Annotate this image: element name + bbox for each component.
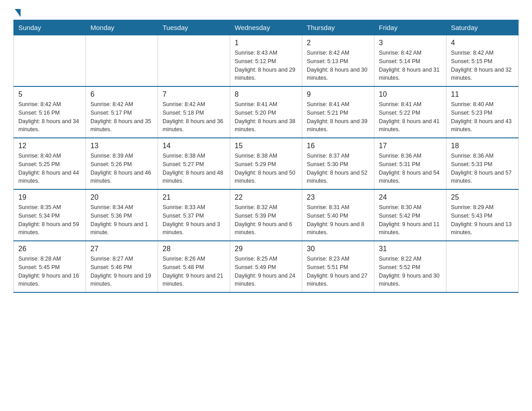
day-number: 30 [307, 245, 369, 253]
day-of-week-header: Wednesday [230, 20, 302, 35]
day-number: 16 [307, 142, 369, 150]
calendar-day-cell: 7Sunrise: 8:42 AMSunset: 5:18 PMDaylight… [158, 86, 230, 138]
day-number: 17 [379, 142, 442, 150]
day-info: Sunrise: 8:34 AMSunset: 5:36 PMDaylight:… [90, 203, 153, 237]
day-info: Sunrise: 8:39 AMSunset: 5:26 PMDaylight:… [90, 152, 153, 185]
day-info: Sunrise: 8:37 AMSunset: 5:30 PMDaylight:… [307, 152, 369, 185]
day-info: Sunrise: 8:42 AMSunset: 5:17 PMDaylight:… [90, 100, 153, 134]
day-number: 12 [18, 142, 81, 150]
day-info: Sunrise: 8:42 AMSunset: 5:14 PMDaylight:… [379, 49, 442, 82]
calendar-day-cell: 13Sunrise: 8:39 AMSunset: 5:26 PMDayligh… [86, 138, 158, 189]
day-number: 20 [90, 193, 153, 201]
calendar-day-cell: 23Sunrise: 8:31 AMSunset: 5:40 PMDayligh… [302, 189, 374, 241]
day-info: Sunrise: 8:41 AMSunset: 5:20 PMDaylight:… [235, 100, 297, 134]
day-number: 27 [90, 245, 153, 253]
day-number: 25 [451, 193, 514, 201]
day-number: 18 [451, 142, 514, 150]
calendar-day-cell: 27Sunrise: 8:27 AMSunset: 5:46 PMDayligh… [86, 241, 158, 292]
calendar-day-cell: 3Sunrise: 8:42 AMSunset: 5:14 PMDaylight… [374, 35, 446, 87]
calendar-week-row: 5Sunrise: 8:42 AMSunset: 5:16 PMDaylight… [14, 86, 519, 138]
day-of-week-header: Monday [86, 20, 158, 35]
day-info: Sunrise: 8:27 AMSunset: 5:46 PMDaylight:… [90, 255, 153, 288]
calendar-day-cell: 11Sunrise: 8:40 AMSunset: 5:23 PMDayligh… [446, 86, 519, 138]
day-info: Sunrise: 8:36 AMSunset: 5:33 PMDaylight:… [451, 152, 514, 185]
calendar-day-cell [158, 35, 230, 87]
day-info: Sunrise: 8:42 AMSunset: 5:16 PMDaylight:… [18, 100, 81, 134]
logo-triangle-icon [15, 9, 21, 17]
day-info: Sunrise: 8:38 AMSunset: 5:29 PMDaylight:… [235, 152, 297, 185]
calendar-day-cell: 25Sunrise: 8:29 AMSunset: 5:43 PMDayligh… [446, 189, 519, 241]
day-info: Sunrise: 8:41 AMSunset: 5:21 PMDaylight:… [307, 100, 369, 134]
calendar-day-cell: 19Sunrise: 8:35 AMSunset: 5:34 PMDayligh… [14, 189, 86, 241]
calendar-day-cell: 17Sunrise: 8:36 AMSunset: 5:31 PMDayligh… [374, 138, 446, 189]
day-of-week-header: Friday [374, 20, 446, 35]
day-number: 19 [18, 193, 81, 201]
day-info: Sunrise: 8:40 AMSunset: 5:23 PMDaylight:… [451, 100, 514, 134]
calendar-day-cell: 2Sunrise: 8:42 AMSunset: 5:13 PMDaylight… [302, 35, 374, 87]
day-info: Sunrise: 8:22 AMSunset: 5:52 PMDaylight:… [379, 255, 442, 288]
calendar-week-row: 26Sunrise: 8:28 AMSunset: 5:45 PMDayligh… [14, 241, 519, 292]
calendar-day-cell: 18Sunrise: 8:36 AMSunset: 5:33 PMDayligh… [446, 138, 519, 189]
logo [13, 9, 21, 15]
day-number: 11 [451, 90, 514, 98]
calendar-day-cell: 21Sunrise: 8:33 AMSunset: 5:37 PMDayligh… [158, 189, 230, 241]
day-number: 8 [235, 90, 297, 98]
day-number: 21 [163, 193, 225, 201]
calendar-day-cell: 8Sunrise: 8:41 AMSunset: 5:20 PMDaylight… [230, 86, 302, 138]
day-of-week-header: Saturday [446, 20, 519, 35]
calendar-day-cell: 15Sunrise: 8:38 AMSunset: 5:29 PMDayligh… [230, 138, 302, 189]
day-info: Sunrise: 8:42 AMSunset: 5:15 PMDaylight:… [451, 49, 514, 82]
calendar-day-cell: 16Sunrise: 8:37 AMSunset: 5:30 PMDayligh… [302, 138, 374, 189]
day-info: Sunrise: 8:42 AMSunset: 5:13 PMDaylight:… [307, 49, 369, 82]
day-of-week-header: Sunday [14, 20, 86, 35]
calendar-day-cell: 31Sunrise: 8:22 AMSunset: 5:52 PMDayligh… [374, 241, 446, 292]
calendar-day-cell: 26Sunrise: 8:28 AMSunset: 5:45 PMDayligh… [14, 241, 86, 292]
day-number: 4 [451, 39, 514, 47]
calendar-week-row: 1Sunrise: 8:43 AMSunset: 5:12 PMDaylight… [14, 35, 519, 87]
calendar-day-cell [14, 35, 86, 87]
day-info: Sunrise: 8:40 AMSunset: 5:25 PMDaylight:… [18, 152, 81, 185]
day-info: Sunrise: 8:25 AMSunset: 5:49 PMDaylight:… [235, 255, 297, 288]
calendar-day-cell: 22Sunrise: 8:32 AMSunset: 5:39 PMDayligh… [230, 189, 302, 241]
calendar-day-cell: 4Sunrise: 8:42 AMSunset: 5:15 PMDaylight… [446, 35, 519, 87]
day-number: 2 [307, 39, 369, 47]
day-number: 23 [307, 193, 369, 201]
days-of-week-row: SundayMondayTuesdayWednesdayThursdayFrid… [14, 20, 519, 35]
day-number: 10 [379, 90, 442, 98]
calendar-day-cell: 9Sunrise: 8:41 AMSunset: 5:21 PMDaylight… [302, 86, 374, 138]
day-info: Sunrise: 8:30 AMSunset: 5:42 PMDaylight:… [379, 203, 442, 237]
calendar-day-cell: 28Sunrise: 8:26 AMSunset: 5:48 PMDayligh… [158, 241, 230, 292]
calendar-day-cell: 24Sunrise: 8:30 AMSunset: 5:42 PMDayligh… [374, 189, 446, 241]
day-number: 3 [379, 39, 442, 47]
day-number: 15 [235, 142, 297, 150]
day-number: 9 [307, 90, 369, 98]
day-info: Sunrise: 8:23 AMSunset: 5:51 PMDaylight:… [307, 255, 369, 288]
calendar-week-row: 12Sunrise: 8:40 AMSunset: 5:25 PMDayligh… [14, 138, 519, 189]
day-number: 14 [163, 142, 225, 150]
calendar-day-cell: 10Sunrise: 8:41 AMSunset: 5:22 PMDayligh… [374, 86, 446, 138]
day-of-week-header: Thursday [302, 20, 374, 35]
calendar-day-cell: 6Sunrise: 8:42 AMSunset: 5:17 PMDaylight… [86, 86, 158, 138]
calendar-day-cell: 12Sunrise: 8:40 AMSunset: 5:25 PMDayligh… [14, 138, 86, 189]
day-info: Sunrise: 8:26 AMSunset: 5:48 PMDaylight:… [163, 255, 225, 288]
calendar-day-cell: 5Sunrise: 8:42 AMSunset: 5:16 PMDaylight… [14, 86, 86, 138]
calendar-day-cell: 30Sunrise: 8:23 AMSunset: 5:51 PMDayligh… [302, 241, 374, 292]
calendar-body: 1Sunrise: 8:43 AMSunset: 5:12 PMDaylight… [14, 35, 519, 293]
day-info: Sunrise: 8:41 AMSunset: 5:22 PMDaylight:… [379, 100, 442, 134]
calendar-day-cell: 1Sunrise: 8:43 AMSunset: 5:12 PMDaylight… [230, 35, 302, 87]
day-number: 28 [163, 245, 225, 253]
calendar-header: SundayMondayTuesdayWednesdayThursdayFrid… [14, 20, 519, 35]
day-of-week-header: Tuesday [158, 20, 230, 35]
day-info: Sunrise: 8:43 AMSunset: 5:12 PMDaylight:… [235, 49, 297, 82]
day-number: 1 [235, 39, 297, 47]
calendar-day-cell: 14Sunrise: 8:38 AMSunset: 5:27 PMDayligh… [158, 138, 230, 189]
calendar-day-cell [446, 241, 519, 292]
calendar-day-cell [86, 35, 158, 87]
day-info: Sunrise: 8:42 AMSunset: 5:18 PMDaylight:… [163, 100, 225, 134]
day-number: 22 [235, 193, 297, 201]
day-info: Sunrise: 8:29 AMSunset: 5:43 PMDaylight:… [451, 203, 514, 237]
day-info: Sunrise: 8:31 AMSunset: 5:40 PMDaylight:… [307, 203, 369, 237]
day-number: 31 [379, 245, 442, 253]
day-info: Sunrise: 8:35 AMSunset: 5:34 PMDaylight:… [18, 203, 81, 237]
day-info: Sunrise: 8:28 AMSunset: 5:45 PMDaylight:… [18, 255, 81, 288]
